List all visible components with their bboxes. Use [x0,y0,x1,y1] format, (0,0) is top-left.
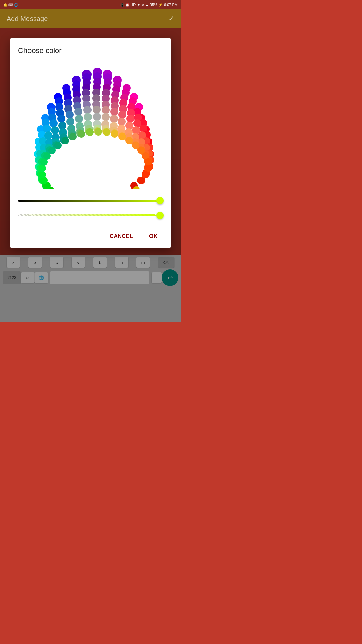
svg-point-74 [118,111,126,119]
color-wheel-svg[interactable] [27,62,154,189]
svg-point-190 [137,177,144,184]
svg-point-187 [144,158,152,166]
svg-point-182 [119,133,126,140]
svg-point-71 [93,106,101,114]
color-picker-dialog: Choose color [10,38,171,248]
svg-point-89 [93,113,101,121]
svg-point-88 [84,113,92,121]
dialog-title: Choose color [18,46,163,55]
svg-point-69 [74,108,82,116]
notification-icon: 🔔 [3,3,7,7]
svg-point-179 [95,128,102,136]
dialog-buttons: CANCEL OK [18,228,163,242]
brightness-thumb[interactable] [156,197,164,204]
dialog-overlay: Choose color [0,28,181,322]
opacity-slider-container[interactable] [18,211,163,220]
svg-point-66 [50,119,58,127]
globe-icon: 🌐 [14,3,18,7]
svg-point-184 [132,142,139,149]
svg-point-67 [57,115,65,123]
battery-icon: ⚡ [158,3,163,7]
right-status-icons: 📳 ⏰ HD ▼ ✕ ▲ 95% ⚡ 6:07 PM [120,2,178,7]
status-bar: 🔔 ⌨ 🌐 📳 ⏰ HD ▼ ✕ ▲ 95% ⚡ 6:07 PM [0,0,181,9]
hd-label: HD [130,3,136,7]
page-title: Add Message [7,15,48,23]
svg-point-90 [102,113,110,121]
alarm-icon: ⏰ [125,3,129,7]
svg-point-174 [54,142,62,149]
color-wheel[interactable] [27,62,154,189]
svg-point-169 [39,171,46,178]
svg-point-177 [78,130,85,138]
status-icons: 🔔 ⌨ 🌐 [3,3,18,7]
ok-button[interactable]: OK [144,231,163,242]
svg-point-86 [66,118,74,126]
svg-point-68 [66,111,74,119]
cancel-button[interactable]: CANCEL [104,231,138,242]
svg-point-183 [126,137,133,144]
color-wheel-container[interactable] [18,62,163,189]
confirm-button[interactable]: ✓ [168,14,174,23]
svg-point-178 [86,128,94,136]
svg-point-87 [75,115,83,123]
svg-point-72 [102,106,110,114]
svg-point-170 [39,165,46,172]
svg-point-172 [43,152,51,160]
time-display: 6:07 PM [164,3,178,7]
svg-point-92 [118,118,126,126]
svg-point-176 [69,133,77,140]
signal-icon: ✕ [142,3,144,7]
svg-point-75 [126,115,134,123]
signal-bars: ▲ [145,3,149,7]
keyboard-icon: ⌨ [8,3,13,7]
svg-point-65 [43,125,51,133]
brightness-track[interactable] [18,200,163,202]
svg-point-91 [110,115,118,123]
battery-text: 95% [150,3,157,7]
svg-point-70 [83,106,92,114]
svg-point-73 [110,108,118,116]
svg-point-173 [48,147,56,154]
wifi-icon: ▼ [137,2,141,7]
svg-point-189 [142,171,149,178]
brightness-slider-container[interactable] [18,196,163,205]
vibrate-icon: 📳 [120,3,124,7]
svg-point-76 [133,119,141,127]
svg-point-175 [62,137,69,144]
opacity-thumb[interactable] [156,212,164,219]
app-bar: Add Message ✓ [0,9,181,28]
svg-point-180 [103,128,110,136]
svg-point-188 [144,165,152,172]
opacity-track[interactable] [18,214,163,216]
svg-point-181 [111,130,118,138]
